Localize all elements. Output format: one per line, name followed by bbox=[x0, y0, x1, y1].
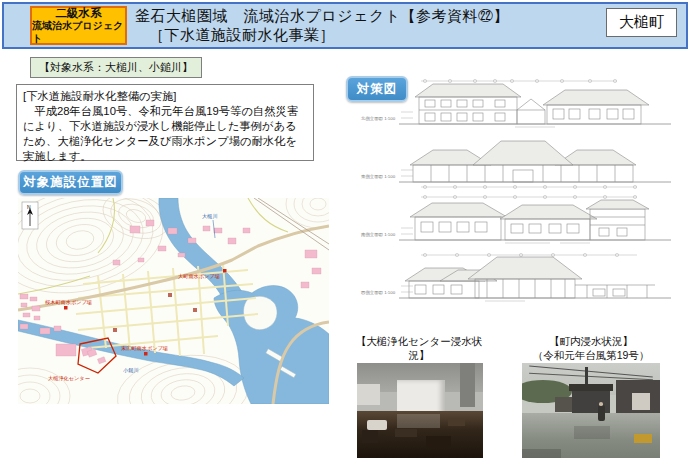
pump-suehirocho-marker bbox=[144, 352, 148, 356]
page-title: 釜石大槌圏域 流域治水プロジェクト【参考資料㉒】 ［下水道施設耐水化事業］ bbox=[135, 7, 509, 45]
elevation-drawing-3: 南側立面図 1:100 bbox=[355, 190, 687, 248]
pump-sakuragicho-label: 桜木町雨水ポンプ場 bbox=[45, 299, 92, 306]
project-description: [下水道施設耐水化整備の実施] 平成28年台風10号、令和元年台風19号等の自然… bbox=[16, 84, 314, 161]
purification-center-label: 大槌浄化センター bbox=[48, 375, 90, 382]
slide-page: 二級水系 流域治水プロジェクト 釜石大槌圏域 流域治水プロジェクト【参考資料㉒】… bbox=[0, 0, 690, 468]
elevation-drawings: 北側立面図 1:100 東側立面図 1:100 bbox=[355, 74, 687, 306]
flooded-interior-photo bbox=[357, 363, 483, 458]
pump-sakuragicho-marker bbox=[64, 306, 68, 310]
photo-caption-town-flooding: 【町内浸水状況】 （令和元年台風第19号） bbox=[512, 334, 670, 362]
elevation-1-label: 北側立面図 1:100 bbox=[361, 116, 396, 122]
topographic-map: 大町雨水ポンプ場 桜木町雨水ポンプ場 末広町雨水ポンプ場 大槌浄化センター 大槌… bbox=[18, 198, 329, 404]
badge-line2: 流域治水プロジェクト bbox=[32, 20, 125, 45]
title-line2: ［下水道施設耐水化事業］ bbox=[135, 26, 509, 45]
project-badge: 二級水系 流域治水プロジェクト bbox=[30, 6, 127, 45]
pump-omachi-label: 大町雨水ポンプ場 bbox=[178, 273, 220, 280]
elevation-2-label: 東側立面図 1:100 bbox=[361, 174, 396, 180]
caption-left-line1: 【大槌浄化センター浸水状況】 bbox=[348, 334, 490, 362]
location-map-section-label: 対象施設位置図 bbox=[18, 170, 123, 195]
river-otsuchi-label: 大槌川 bbox=[202, 213, 218, 219]
north-arrow: N bbox=[22, 202, 38, 229]
header-band: 二級水系 流域治水プロジェクト 釜石大槌圏域 流域治水プロジェクト【参考資料㉒】… bbox=[2, 2, 688, 49]
elevation-4-label: 西側立面図 1:100 bbox=[361, 290, 396, 296]
description-heading: [下水道施設耐水化整備の実施] bbox=[23, 89, 307, 104]
badge-line1: 二級水系 bbox=[56, 6, 102, 20]
title-line1: 釜石大槌圏域 流域治水プロジェクト【参考資料㉒】 bbox=[135, 7, 509, 26]
caption-right-line1: 【町内浸水状況】 bbox=[512, 334, 670, 348]
flooded-street-photo bbox=[522, 363, 660, 458]
elevation-drawing-4: 西側立面図 1:100 bbox=[355, 248, 687, 306]
pump-suehirocho-label: 末広町雨水ポンプ場 bbox=[121, 345, 168, 352]
countermeasure-section-label: 対策図 bbox=[346, 76, 408, 102]
municipality-box: 大槌町 bbox=[606, 8, 677, 37]
river-kozuchi-label: 小鎚川 bbox=[123, 367, 139, 373]
description-body: 平成28年台風10号、令和元年台風19号等の自然災害により、下水道施設が浸水し機… bbox=[23, 104, 307, 164]
caption-right-line2: （令和元年台風第19号） bbox=[512, 348, 670, 362]
location-map: 大町雨水ポンプ場 桜木町雨水ポンプ場 末広町雨水ポンプ場 大槌浄化センター 大槌… bbox=[18, 198, 329, 404]
elevation-drawing-2: 東側立面図 1:100 bbox=[355, 132, 687, 190]
target-waters-label: 【対象水系：大槌川、小鎚川】 bbox=[30, 57, 202, 78]
pump-omachi-marker bbox=[223, 269, 227, 273]
elevation-3-label: 南側立面図 1:100 bbox=[361, 232, 396, 238]
